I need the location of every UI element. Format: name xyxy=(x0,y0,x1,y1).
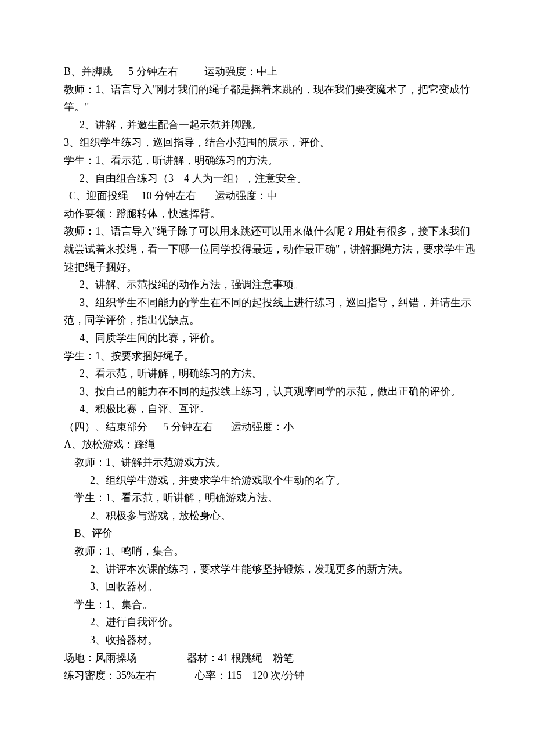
text-line: 2、讲解，并邀生配合一起示范并脚跳。 xyxy=(64,116,476,134)
text-line: 2、组织学生游戏，并要求学生给游戏取个生动的名字。 xyxy=(64,471,476,489)
text-line: 动作要领：蹬腿转体，快速挥臂。 xyxy=(64,205,476,223)
text-line: 教师：1、语言导入"绳子除了可以用来跳还可以用来做什么呢？用处有很多，接下来我们… xyxy=(64,222,476,276)
text-line: （四）、结束部分 5 分钟左右 运动强度：小 xyxy=(64,418,476,436)
text-line: 3、组织学生不同能力的学生在不同的起投线上进行练习，巡回指导，纠错，并请生示范，… xyxy=(64,294,476,329)
text-line: 3、按自己的能力在不同的起投线上练习，认真观摩同学的示范，做出正确的评价。 xyxy=(64,383,476,401)
text-line: 2、自由组合练习（3—4 人为一组），注意安全。 xyxy=(64,170,476,188)
text-line: 4、积极比赛，自评、互评。 xyxy=(64,400,476,418)
text-line: 学生：1、看示范，听讲解，明确练习的方法。 xyxy=(64,152,476,170)
text-line: C、迎面投绳 10 分钟左右 运动强度：中 xyxy=(64,187,476,205)
text-line: 3、回收器材。 xyxy=(64,578,476,596)
text-line: 4、同质学生间的比赛，评价。 xyxy=(64,329,476,347)
text-line: B、评价 xyxy=(64,524,476,542)
text-line: 练习密度：35%左右 心率：115—120 次/分钟 xyxy=(64,667,476,685)
text-line: 教师：1、鸣哨，集合。 xyxy=(64,542,476,560)
text-line: 2、讲评本次课的练习，要求学生能够坚持锻炼，发现更多的新方法。 xyxy=(64,560,476,578)
text-line: A、放松游戏：踩绳 xyxy=(64,435,476,453)
text-line: 学生：1、看示范，听讲解，明确游戏方法。 xyxy=(64,489,476,507)
document-page: B、并脚跳 5 分钟左右 运动强度：中上 教师：1、语言导入"刚才我们的绳子都是… xyxy=(0,0,534,719)
text-line: 学生：1、按要求捆好绳子。 xyxy=(64,347,476,365)
text-line: B、并脚跳 5 分钟左右 运动强度：中上 xyxy=(64,63,476,81)
text-line: 教师：1、语言导入"刚才我们的绳子都是摇着来跳的，现在我们要变魔术了，把它变成竹… xyxy=(64,81,476,116)
text-line: 2、讲解、示范投绳的动作方法，强调注意事项。 xyxy=(64,276,476,294)
text-line: 2、进行自我评价。 xyxy=(64,613,476,631)
text-line: 3、组织学生练习，巡回指导，结合小范围的展示，评价。 xyxy=(64,134,476,152)
text-line: 学生：1、集合。 xyxy=(64,596,476,614)
text-line: 场地：风雨操场 器材：41 根跳绳 粉笔 xyxy=(64,649,476,667)
text-line: 教师：1、讲解并示范游戏方法。 xyxy=(64,453,476,471)
text-line: 3、收拾器材。 xyxy=(64,631,476,649)
text-line: 2、积极参与游戏，放松身心。 xyxy=(64,507,476,525)
text-line: 2、看示范，听讲解，明确练习的方法。 xyxy=(64,365,476,383)
